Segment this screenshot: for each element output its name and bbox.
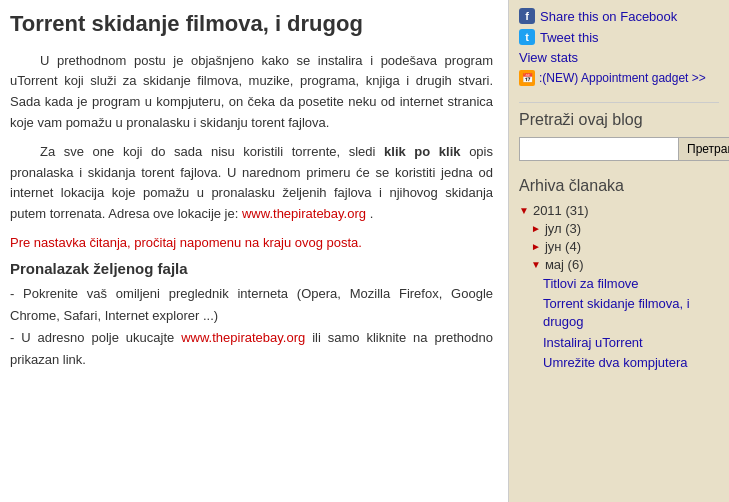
month-maj-label: мај (6) (545, 257, 584, 272)
archive-list: ▼ 2011 (31) ► јул (3) ► (519, 203, 719, 372)
paragraph-2: Za sve one koji do sada nisu koristili t… (10, 142, 493, 225)
year-label: 2011 (31) (533, 203, 589, 218)
share-section: f Share this on Facebook t Tweet this Vi… (519, 8, 719, 86)
month-jul-arrow: ► (531, 223, 541, 234)
read-more-link[interactable]: Pre nastavka čitanja, pročitaj napomenu … (10, 235, 493, 250)
list-item-2: - U adresno polje ukucajte www.thepirate… (10, 327, 493, 371)
archive-month-maj[interactable]: ▼ мај (6) (531, 257, 719, 272)
archive-title: Arhiva članaka (519, 177, 719, 195)
facebook-icon: f (519, 8, 535, 24)
list-items: - Pokrenite vaš omiljeni preglednik inte… (10, 283, 493, 371)
share-twitter-row: t Tweet this (519, 29, 719, 45)
archive-post-titlovi[interactable]: Titlovi za filmove (543, 275, 719, 293)
share-facebook-link[interactable]: Share this on Facebook (540, 9, 677, 24)
post-body: U prethodnom postu je objašnjeno kako se… (10, 51, 493, 225)
piratebay-link-2[interactable]: www.thepiratebay.org (181, 330, 305, 345)
bold-text: klik po klik (384, 144, 460, 159)
twitter-icon: t (519, 29, 535, 45)
search-section-title: Pretraži ovaj blog (519, 111, 719, 129)
para2-before: Za sve one koji do sada nisu koristili t… (40, 144, 384, 159)
piratebay-link[interactable]: www.thepiratebay.org (242, 206, 366, 221)
archive-section: Arhiva članaka ▼ 2011 (31) ► јул (3) (519, 177, 719, 372)
archive-year-2011[interactable]: ▼ 2011 (31) (519, 203, 719, 218)
appointment-icon: 📅 (519, 70, 535, 86)
paragraph-1: U prethodnom postu je objašnjeno kako se… (10, 51, 493, 134)
search-box: Претрага (519, 137, 719, 161)
month-jun-arrow: ► (531, 241, 541, 252)
share-twitter-link[interactable]: Tweet this (540, 30, 599, 45)
search-input[interactable] (519, 137, 679, 161)
month-jul-label: јул (3) (545, 221, 581, 236)
para2-period: . (366, 206, 373, 221)
sidebar: f Share this on Facebook t Tweet this Vi… (509, 0, 729, 502)
appointment-row: 📅 :(NEW) Appointment gadget >> (519, 70, 719, 86)
post-title: Torrent skidanje filmova, i drugog (10, 10, 493, 39)
share-facebook-row: f Share this on Facebook (519, 8, 719, 24)
archive-post-torrent[interactable]: Torrent skidanje filmova, i drugog (543, 295, 719, 331)
year-arrow-down: ▼ (519, 205, 529, 216)
appointment-link[interactable]: :(NEW) Appointment gadget >> (539, 71, 706, 85)
list-item-1: - Pokrenite vaš omiljeni preglednik inte… (10, 283, 493, 327)
archive-posts-maj: Titlovi za filmove Torrent skidanje film… (543, 275, 719, 372)
archive-post-umrezite[interactable]: Umrežite dva kompjutera (543, 354, 719, 372)
view-stats-link[interactable]: View stats (519, 50, 719, 65)
search-button[interactable]: Претрага (679, 137, 729, 161)
archive-post-utorrent[interactable]: Instaliraj uTorrent (543, 334, 719, 352)
section-title: Pronalazak željenog fajla (10, 260, 493, 277)
archive-month-jun[interactable]: ► јун (4) (531, 239, 719, 254)
month-maj-arrow: ▼ (531, 259, 541, 270)
search-section: Pretraži ovaj blog Претрага (519, 111, 719, 161)
main-content: Torrent skidanje filmova, i drugog U pre… (0, 0, 509, 502)
divider (519, 102, 719, 103)
list-item2-before: - U adresno polje ukucajte (10, 330, 181, 345)
archive-month-jul[interactable]: ► јул (3) (531, 221, 719, 236)
month-jun-label: јун (4) (545, 239, 581, 254)
